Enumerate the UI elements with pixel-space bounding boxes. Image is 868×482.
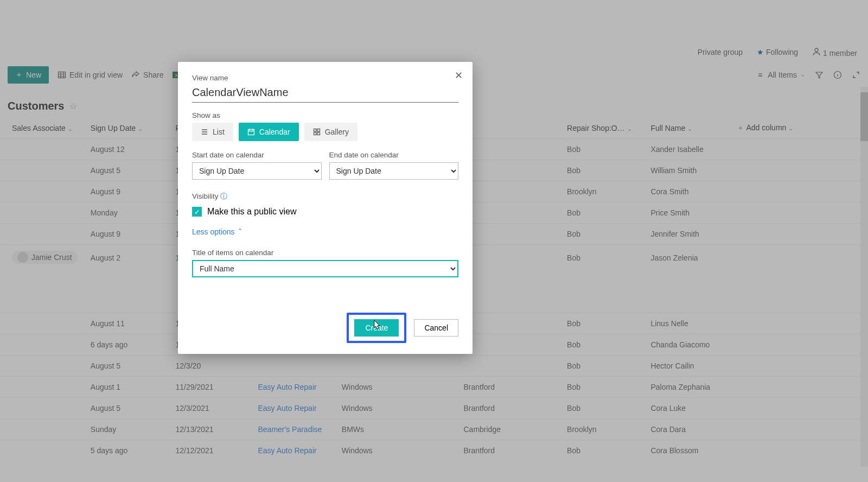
less-options-toggle[interactable]: Less options ˄ (192, 227, 242, 236)
show-as-label: Show as (192, 111, 458, 119)
less-options-label: Less options (192, 227, 235, 236)
start-date-label: Start date on calendar (192, 151, 322, 159)
end-date-select[interactable]: Sign Up Date (329, 162, 459, 180)
start-date-select[interactable]: Sign Up Date (192, 162, 322, 180)
svg-rect-6 (314, 129, 316, 132)
view-name-input[interactable] (192, 85, 458, 103)
gallery-icon (313, 128, 321, 136)
info-icon[interactable]: ⓘ (220, 192, 227, 200)
cancel-button[interactable]: Cancel (414, 319, 458, 337)
public-view-checkbox[interactable]: ✓ (192, 207, 202, 217)
calendar-icon (247, 128, 255, 136)
create-view-dialog: ✕ View name Show as List Calendar Galler… (178, 62, 473, 354)
show-as-list-button[interactable]: List (192, 123, 233, 141)
list-icon (201, 128, 208, 136)
close-icon: ✕ (455, 70, 463, 81)
public-view-label: Make this a public view (207, 207, 297, 217)
svg-rect-9 (317, 132, 320, 135)
check-icon: ✓ (194, 208, 200, 216)
svg-rect-5 (248, 130, 254, 135)
cancel-button-label: Cancel (424, 324, 448, 332)
create-button[interactable]: Create (354, 319, 399, 337)
chevron-up-icon: ˄ (238, 227, 242, 236)
show-as-calendar-label: Calendar (259, 128, 290, 136)
cursor-icon (373, 319, 382, 330)
visibility-label: Visibility ⓘ (192, 192, 458, 201)
title-items-label: Title of items on calendar (192, 249, 458, 257)
end-date-label: End date on calendar (329, 151, 459, 159)
svg-rect-8 (314, 132, 316, 135)
show-as-calendar-button[interactable]: Calendar (239, 123, 299, 141)
show-as-list-label: List (213, 128, 225, 136)
show-as-gallery-label: Gallery (325, 128, 349, 136)
svg-rect-7 (317, 129, 320, 132)
title-items-select[interactable]: Full Name (192, 260, 458, 277)
close-button[interactable]: ✕ (455, 69, 463, 81)
show-as-gallery-button[interactable]: Gallery (304, 123, 358, 141)
create-button-highlight: Create (347, 313, 406, 343)
view-name-label: View name (192, 74, 458, 82)
